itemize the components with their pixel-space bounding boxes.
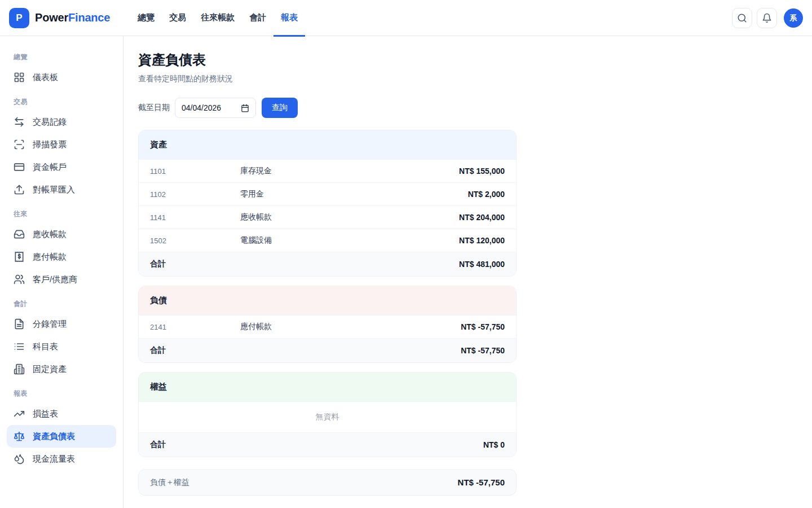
search-button[interactable] — [732, 8, 752, 28]
query-controls: 截至日期 04/04/2026 查詢 — [138, 98, 812, 118]
topnav-item-accounting[interactable]: 會計 — [242, 0, 273, 36]
account-amount: NT$ 204,000 — [459, 213, 505, 222]
sidebar-item-income-statement[interactable]: 損益表 — [7, 402, 116, 425]
page-subtitle: 查看特定時間點的財務狀況 — [138, 74, 812, 84]
liabilities-header: 負債 — [139, 286, 516, 315]
topbar-actions: 系 — [732, 8, 803, 28]
topnav-item-overview[interactable]: 總覽 — [130, 0, 162, 36]
sidebar-section-reports: 報表 — [0, 384, 123, 402]
building-icon — [14, 364, 25, 375]
assets-header: 資產 — [139, 130, 516, 159]
sidebar-item-cash-flow-statement[interactable]: 現金流量表 — [7, 448, 116, 470]
sidebar-item-transaction-records[interactable]: 交易記錄 — [7, 111, 116, 133]
sidebar-item-chart-of-accounts[interactable]: 科目表 — [7, 335, 116, 358]
table-row: 1502 電腦設備 NT$ 120,000 — [139, 229, 516, 252]
trending-up-icon — [14, 408, 25, 419]
liabilities-total-amount: NT$ -57,750 — [461, 346, 505, 355]
dashboard-icon — [14, 72, 25, 83]
inbox-icon — [14, 229, 25, 240]
scale-icon — [14, 431, 25, 442]
account-name: 應付帳款 — [240, 322, 461, 332]
sidebar-item-customers-vendors[interactable]: 客戶/供應商 — [7, 268, 116, 291]
user-avatar[interactable]: 系 — [784, 8, 803, 28]
upload-icon — [14, 184, 25, 195]
notifications-button[interactable] — [757, 8, 777, 28]
sidebar-item-journal-entries[interactable]: 分錄管理 — [7, 313, 116, 335]
users-icon — [14, 274, 25, 285]
credit-card-icon — [14, 161, 25, 173]
sidebar-item-fixed-assets[interactable]: 固定資產 — [7, 358, 116, 380]
top-nav: 總覽 交易 往來帳款 會計 報表 — [130, 0, 305, 36]
account-code: 1102 — [150, 190, 240, 199]
liabilities-plus-equity-card: 負債＋權益 NT$ -57,750 — [138, 469, 517, 496]
sidebar: 總覽 儀表板 交易 交易記錄 掃描發票 資金帳戶 對帳單匯入 — [0, 36, 123, 508]
equity-card: 權益 無資料 合計 NT$ 0 — [138, 372, 517, 457]
table-row: 1101 庫存現金 NT$ 155,000 — [139, 159, 516, 182]
file-text-icon — [14, 318, 25, 330]
sidebar-item-label: 儀表板 — [33, 72, 58, 83]
topnav-item-reports[interactable]: 報表 — [273, 0, 305, 36]
sidebar-item-label: 應收帳款 — [33, 229, 67, 240]
equity-header: 權益 — [139, 373, 516, 401]
table-row: 1102 零用金 NT$ 2,000 — [139, 182, 516, 205]
sidebar-section-overview: 總覽 — [0, 47, 123, 66]
receipt-icon — [14, 251, 25, 262]
total-label: 合計 — [150, 259, 459, 269]
sidebar-item-label: 對帳單匯入 — [33, 185, 75, 195]
query-button[interactable]: 查詢 — [262, 98, 298, 118]
account-name: 電腦設備 — [240, 235, 459, 246]
sidebar-item-label: 資金帳戶 — [33, 162, 67, 173]
date-value: 04/04/2026 — [182, 103, 221, 112]
account-amount: NT$ 155,000 — [459, 167, 505, 176]
sidebar-item-label: 應付帳款 — [33, 252, 67, 262]
brand-logo-icon: P — [9, 8, 29, 28]
sidebar-item-accounts-receivable[interactable]: 應收帳款 — [7, 223, 116, 246]
as-of-date-label: 截至日期 — [138, 103, 170, 113]
equity-total-row: 合計 NT$ 0 — [139, 432, 516, 457]
as-of-date-input[interactable]: 04/04/2026 — [175, 98, 256, 118]
sidebar-item-label: 分錄管理 — [33, 319, 67, 330]
sidebar-item-label: 掃描發票 — [33, 139, 67, 150]
table-row: 2141 應付帳款 NT$ -57,750 — [139, 315, 516, 338]
account-name: 應收帳款 — [240, 212, 459, 222]
summary-label: 負債＋權益 — [150, 478, 189, 488]
sidebar-item-statement-import[interactable]: 對帳單匯入 — [7, 178, 116, 201]
assets-card: 資產 1101 庫存現金 NT$ 155,000 1102 零用金 NT$ 2,… — [138, 130, 517, 277]
calendar-icon — [241, 104, 249, 112]
main-content: 資產負債表 查看特定時間點的財務狀況 截至日期 04/04/2026 查詢 資產… — [123, 36, 812, 508]
brand[interactable]: P PowerFinance — [9, 8, 110, 28]
topnav-item-transactions[interactable]: 交易 — [162, 0, 193, 36]
sidebar-item-balance-sheet[interactable]: 資產負債表 — [7, 425, 116, 448]
account-amount: NT$ 120,000 — [459, 236, 505, 245]
account-code: 1141 — [150, 213, 240, 222]
app-window: P PowerFinance 總覽 交易 往來帳款 會計 報表 系 — [0, 0, 812, 508]
sidebar-item-scan-invoice[interactable]: 掃描發票 — [7, 133, 116, 156]
account-code: 1502 — [150, 237, 240, 245]
account-amount: NT$ 2,000 — [468, 190, 505, 199]
account-code: 1101 — [150, 167, 240, 176]
arrows-left-right-icon — [14, 116, 25, 128]
account-code: 2141 — [150, 323, 240, 331]
sidebar-item-label: 資產負債表 — [33, 431, 75, 442]
list-icon — [14, 341, 25, 352]
sidebar-section-partners: 往來 — [0, 204, 123, 223]
top-bar: P PowerFinance 總覽 交易 往來帳款 會計 報表 系 — [0, 0, 812, 36]
sidebar-item-label: 損益表 — [33, 409, 58, 419]
assets-total-amount: NT$ 481,000 — [459, 260, 505, 269]
page-title: 資產負債表 — [138, 51, 812, 69]
sidebar-item-dashboard[interactable]: 儀表板 — [7, 66, 116, 89]
sidebar-item-label: 客戶/供應商 — [33, 274, 77, 285]
total-label: 合計 — [150, 345, 461, 356]
summary-value: NT$ -57,750 — [458, 478, 505, 487]
total-label: 合計 — [150, 440, 483, 450]
sidebar-item-cash-accounts[interactable]: 資金帳戶 — [7, 156, 116, 178]
no-data-text: 無資料 — [316, 412, 339, 422]
sidebar-item-label: 固定資產 — [33, 364, 67, 375]
table-row: 1141 應收帳款 NT$ 204,000 — [139, 205, 516, 229]
sidebar-item-accounts-payable[interactable]: 應付帳款 — [7, 246, 116, 268]
search-icon — [737, 13, 747, 23]
sidebar-item-label: 現金流量表 — [33, 454, 75, 465]
assets-total-row: 合計 NT$ 481,000 — [139, 252, 516, 276]
topnav-item-receivables-payables[interactable]: 往來帳款 — [193, 0, 242, 36]
equity-empty-row: 無資料 — [139, 401, 516, 432]
